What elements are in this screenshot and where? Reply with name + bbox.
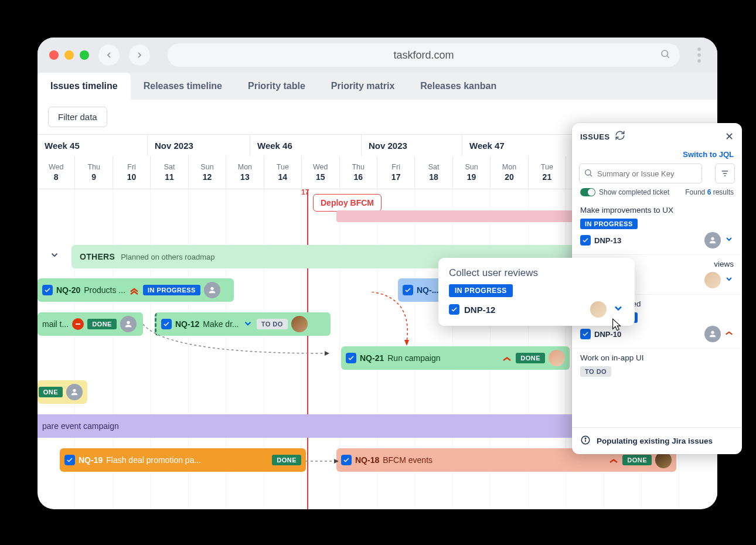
tab-releases-timeline[interactable]: Releases timeline bbox=[131, 73, 235, 100]
svg-point-5 bbox=[73, 389, 76, 392]
avatar bbox=[655, 452, 672, 468]
address-bar[interactable]: taskford.com bbox=[168, 43, 680, 67]
tab-issues-timeline[interactable]: Issues timeline bbox=[38, 73, 131, 100]
forward-button[interactable] bbox=[129, 45, 150, 66]
search-icon bbox=[584, 168, 593, 180]
priority-high-icon bbox=[502, 353, 512, 363]
url-text: taskford.com bbox=[393, 49, 454, 62]
close-window-button[interactable] bbox=[49, 50, 59, 60]
day-cell[interactable]: Wed8 bbox=[38, 156, 75, 189]
day-cell[interactable]: Wed15 bbox=[302, 156, 339, 189]
status-badge: DONE bbox=[87, 319, 117, 329]
filter-data-button[interactable]: Filter data bbox=[48, 107, 107, 127]
view-tabs: Issues timeline Releases timeline Priori… bbox=[38, 73, 717, 100]
day-cell[interactable]: Tue14 bbox=[264, 156, 302, 189]
status-badge: IN PROGRESS bbox=[580, 219, 638, 229]
svg-point-15 bbox=[711, 331, 714, 334]
avatar bbox=[704, 272, 721, 288]
svg-point-0 bbox=[662, 50, 668, 57]
search-input[interactable] bbox=[579, 164, 702, 183]
info-icon bbox=[580, 435, 591, 447]
priority-high-icon bbox=[724, 328, 734, 340]
task-icon bbox=[580, 235, 591, 246]
switch-to-jql-link[interactable]: Switch to JQL bbox=[572, 150, 742, 164]
avatar bbox=[549, 350, 565, 366]
task-icon bbox=[42, 285, 53, 295]
today-marker-line bbox=[307, 189, 308, 509]
status-badge: IN PROGRESS bbox=[449, 284, 513, 297]
svg-point-9 bbox=[585, 170, 591, 175]
day-cell[interactable]: Thu9 bbox=[75, 156, 113, 189]
traffic-lights bbox=[49, 50, 89, 60]
avatar bbox=[291, 316, 308, 332]
status-badge: IN PROGRESS bbox=[143, 285, 200, 295]
maximize-window-button[interactable] bbox=[80, 50, 89, 60]
issue-card[interactable]: Make improvements to UX IN PROGRESS DNP-… bbox=[572, 201, 742, 254]
today-marker-num: 17 bbox=[301, 188, 309, 196]
avatar bbox=[704, 326, 721, 342]
day-cell[interactable]: Sun12 bbox=[189, 156, 226, 189]
issue-bar-nq12[interactable]: NQ-12 Make dr... TO DO bbox=[155, 312, 331, 336]
show-completed-toggle[interactable] bbox=[580, 188, 595, 196]
back-button[interactable] bbox=[98, 45, 120, 66]
day-cell[interactable]: Sat11 bbox=[151, 156, 188, 189]
panel-footer: Populating existing Jira issues bbox=[572, 427, 742, 454]
chevron-down-icon bbox=[243, 318, 253, 331]
issue-bar-nq21[interactable]: NQ-21 Run campaign DONE bbox=[341, 346, 570, 370]
day-cell[interactable]: Fri10 bbox=[113, 156, 151, 189]
day-cell[interactable]: Fri17 bbox=[377, 156, 415, 189]
task-icon bbox=[403, 285, 413, 295]
refresh-icon[interactable] bbox=[615, 130, 625, 143]
task-icon bbox=[346, 353, 356, 363]
svg-rect-3 bbox=[76, 323, 80, 325]
day-cell[interactable]: Thu16 bbox=[340, 156, 377, 189]
group-subtitle: Planned on others roadmap bbox=[121, 253, 214, 261]
issue-card[interactable]: Work on in-app UI TO DO bbox=[572, 348, 742, 382]
search-icon bbox=[660, 49, 670, 62]
avatar[interactable] bbox=[590, 301, 607, 318]
status-badge: DONE bbox=[272, 455, 301, 465]
chevron-down-icon[interactable] bbox=[724, 234, 734, 246]
tab-priority-matrix[interactable]: Priority matrix bbox=[318, 73, 407, 100]
svg-line-1 bbox=[667, 56, 669, 57]
day-cell[interactable]: Sun19 bbox=[453, 156, 491, 189]
titlebar: taskford.com bbox=[38, 38, 717, 73]
priority-high-icon bbox=[608, 455, 619, 465]
chevron-down-icon[interactable] bbox=[724, 274, 734, 286]
week-label: Week 46 bbox=[250, 135, 362, 156]
browser-menu-button[interactable] bbox=[693, 47, 706, 63]
day-cell[interactable]: Tue21 bbox=[529, 156, 566, 189]
filter-icon[interactable] bbox=[715, 164, 735, 183]
status-badge: TO DO bbox=[580, 366, 611, 377]
issue-bar-mail[interactable]: mail t... DONE bbox=[38, 312, 143, 336]
release-marker-badge[interactable]: Deploy BFCM bbox=[313, 194, 382, 212]
results-count: Found 6 results bbox=[685, 188, 734, 196]
group-title: OTHERS bbox=[80, 252, 115, 261]
avatar bbox=[66, 384, 83, 400]
task-icon bbox=[341, 455, 352, 465]
priority-highest-icon bbox=[129, 285, 139, 295]
task-icon bbox=[449, 304, 459, 315]
avatar bbox=[204, 282, 220, 298]
day-cell[interactable]: Sat18 bbox=[415, 156, 452, 189]
tab-releases-kanban[interactable]: Releases kanban bbox=[407, 73, 509, 100]
day-cell[interactable]: Mon13 bbox=[226, 156, 264, 189]
issue-bar-nq20[interactable]: NQ-20 Products ... IN PROGRESS bbox=[38, 278, 234, 302]
task-icon bbox=[580, 329, 591, 339]
issue-bar-nq19[interactable]: NQ-19 Flash deal promotion pa... DONE bbox=[60, 448, 306, 472]
close-icon[interactable]: ✕ bbox=[725, 130, 734, 143]
month-label: Nov 2023 bbox=[362, 135, 462, 156]
issue-bar-one[interactable]: ONE bbox=[38, 380, 87, 404]
svg-point-2 bbox=[210, 287, 213, 290]
status-badge: ONE bbox=[39, 387, 63, 397]
minimize-window-button[interactable] bbox=[64, 50, 74, 60]
tab-priority-table[interactable]: Priority table bbox=[235, 73, 318, 100]
svg-line-10 bbox=[590, 175, 592, 176]
svg-point-18 bbox=[585, 438, 586, 439]
avatar bbox=[704, 232, 721, 248]
month-label: Nov 2023 bbox=[148, 135, 250, 156]
collapse-group-button[interactable] bbox=[49, 250, 60, 263]
day-cell[interactable]: Mon20 bbox=[491, 156, 528, 189]
svg-point-14 bbox=[711, 237, 714, 240]
chevron-down-icon[interactable] bbox=[612, 302, 624, 316]
